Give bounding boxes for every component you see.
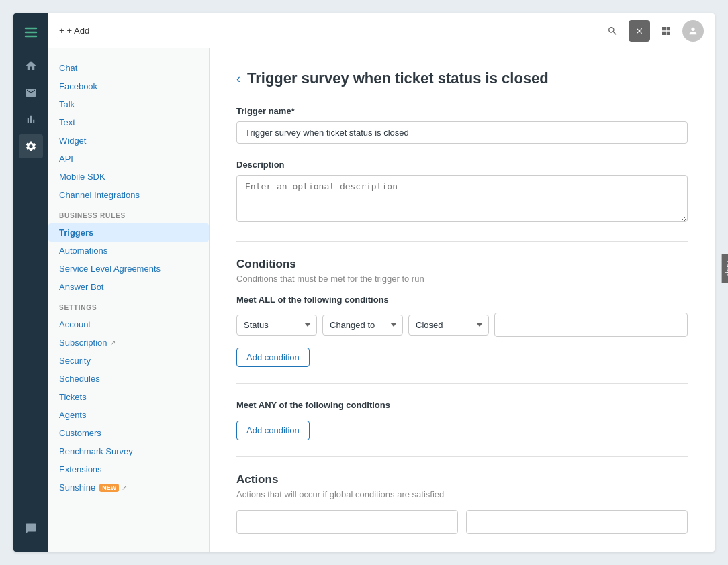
sidebar-item-mobile-sdk[interactable]: Mobile SDK — [48, 168, 209, 186]
app-logo — [20, 21, 42, 43]
sidebar-item-label: Chat — [59, 63, 77, 73]
add-all-condition-button[interactable]: Add condition — [236, 348, 310, 367]
help-tab[interactable]: Help — [722, 254, 728, 282]
action-value-placeholder — [466, 510, 688, 534]
actions-subtitle: Actions that will occur if global condit… — [236, 489, 688, 499]
description-section: Description — [236, 160, 688, 225]
condition-operator-select[interactable]: Changed to Is Is not — [322, 315, 403, 336]
sidebar-item-widget[interactable]: Widget — [48, 132, 209, 150]
sidebar-item-facebook[interactable]: Facebook — [48, 77, 209, 95]
business-rules-label: BUSINESS RULES — [48, 204, 209, 223]
icon-nav — [13, 13, 48, 552]
sidebar-item-subscription[interactable]: Subscription ↗ — [48, 333, 209, 352]
sidebar-item-label: Sunshine — [59, 482, 95, 493]
sidebar-item-label: Extensions — [59, 464, 102, 474]
sidebar: Chat Facebook Talk Text Widget — [48, 48, 210, 552]
sidebar-item-answer-bot[interactable]: Answer Bot — [48, 278, 209, 296]
main-content: ‹ Trigger survey when ticket status is c… — [210, 48, 715, 552]
sidebar-item-label: Channel Integrations — [59, 190, 140, 200]
trigger-name-label: Trigger name* — [236, 106, 688, 116]
sidebar-item-label: Schedules — [59, 374, 100, 384]
sidebar-item-label: Widget — [59, 136, 86, 146]
sidebar-item-security[interactable]: Security — [48, 352, 209, 370]
sidebar-item-chat[interactable]: Chat — [48, 59, 209, 77]
sidebar-item-label: Talk — [59, 99, 75, 109]
description-label: Description — [236, 160, 688, 170]
sidebar-item-label: Security — [59, 356, 91, 366]
nav-reporting[interactable] — [19, 107, 43, 132]
nav-settings[interactable] — [19, 134, 43, 158]
add-button[interactable]: + + Add — [59, 25, 89, 36]
sidebar-item-channel-integrations[interactable]: Channel Integrations — [48, 186, 209, 204]
sidebar-item-sunshine[interactable]: Sunshine NEW ↗ — [48, 478, 209, 497]
sidebar-item-extensions[interactable]: Extensions — [48, 460, 209, 478]
actions-title: Actions — [236, 473, 688, 486]
sidebar-item-schedules[interactable]: Schedules — [48, 370, 209, 388]
sidebar-item-label: Triggers — [59, 227, 93, 238]
user-avatar[interactable] — [682, 20, 704, 42]
all-conditions-label: Meet ALL of the following conditions — [236, 295, 688, 305]
action-field-placeholder — [236, 510, 458, 534]
sidebar-item-label: Tickets — [59, 392, 87, 402]
external-icon: ↗ — [110, 339, 116, 346]
sidebar-item-automations[interactable]: Automations — [48, 242, 209, 260]
sidebar-item-label: Facebook — [59, 81, 97, 91]
nav-home[interactable] — [19, 54, 43, 78]
header-right — [602, 20, 704, 42]
page-header: ‹ Trigger survey when ticket status is c… — [236, 70, 688, 87]
app-container: + + Add — [13, 13, 715, 552]
main-layout: + + Add — [48, 13, 715, 552]
settings-label: SETTINGS — [48, 296, 209, 315]
external-icon: ↗ — [122, 484, 127, 491]
content-layout: Chat Facebook Talk Text Widget — [48, 48, 715, 552]
sidebar-item-sla[interactable]: Service Level Agreements — [48, 260, 209, 278]
condition-field-select[interactable]: Status Priority Type Assignee — [236, 315, 317, 336]
sidebar-item-benchmark-survey[interactable]: Benchmark Survey — [48, 442, 209, 460]
sidebar-item-label: Answer Bot — [59, 282, 103, 292]
grid-view-button[interactable] — [655, 20, 677, 42]
sidebar-item-triggers[interactable]: Triggers — [48, 223, 209, 242]
add-label: + Add — [67, 25, 90, 36]
nav-chat[interactable] — [19, 517, 43, 541]
sidebar-item-label: Customers — [59, 428, 101, 438]
condition-value-select[interactable]: Closed Open Pending On-hold — [408, 315, 489, 336]
any-conditions-section: Meet ANY of the following conditions Add… — [236, 383, 688, 440]
sidebar-item-label: Agents — [59, 410, 86, 420]
description-input[interactable] — [236, 175, 688, 222]
sidebar-item-agents[interactable]: Agents — [48, 406, 209, 424]
condition-spacer — [494, 313, 688, 337]
sidebar-item-account[interactable]: Account — [48, 315, 209, 333]
sidebar-item-label: Service Level Agreements — [59, 264, 161, 274]
actions-section: Actions Actions that will occur if globa… — [236, 456, 688, 534]
close-modal-button[interactable] — [629, 20, 650, 42]
sidebar-item-customers[interactable]: Customers — [48, 424, 209, 442]
new-badge: NEW — [99, 484, 119, 492]
conditions-subtitle: Conditions that must be met for the trig… — [236, 274, 688, 284]
sidebar-item-label: Account — [59, 319, 91, 329]
search-button[interactable] — [602, 20, 623, 42]
outer-frame: + + Add — [0, 0, 728, 565]
top-header: + + Add — [48, 13, 715, 48]
sidebar-item-label: Text — [59, 117, 75, 127]
sidebar-item-label: API — [59, 154, 73, 164]
sidebar-item-text[interactable]: Text — [48, 113, 209, 132]
sidebar-item-label: Automations — [59, 246, 107, 256]
trigger-name-input[interactable] — [236, 121, 688, 144]
sidebar-item-talk[interactable]: Talk — [48, 95, 209, 113]
add-any-condition-button[interactable]: Add condition — [236, 421, 310, 440]
nav-inbox[interactable] — [19, 81, 43, 105]
sidebar-item-label: Subscription — [59, 338, 107, 348]
sidebar-item-label: Mobile SDK — [59, 172, 105, 182]
page-title: Trigger survey when ticket status is clo… — [247, 70, 549, 87]
conditions-section: Conditions Conditions that must be met f… — [236, 241, 688, 367]
trigger-name-section: Trigger name* — [236, 106, 688, 144]
plus-icon: + — [59, 25, 64, 36]
sidebar-item-label: Benchmark Survey — [59, 446, 133, 456]
conditions-title: Conditions — [236, 258, 688, 271]
back-button[interactable]: ‹ — [236, 72, 240, 86]
condition-row-1: Status Priority Type Assignee Changed to… — [236, 313, 688, 337]
sidebar-item-tickets[interactable]: Tickets — [48, 388, 209, 406]
sidebar-item-api[interactable]: API — [48, 150, 209, 168]
any-conditions-label: Meet ANY of the following conditions — [236, 400, 688, 410]
